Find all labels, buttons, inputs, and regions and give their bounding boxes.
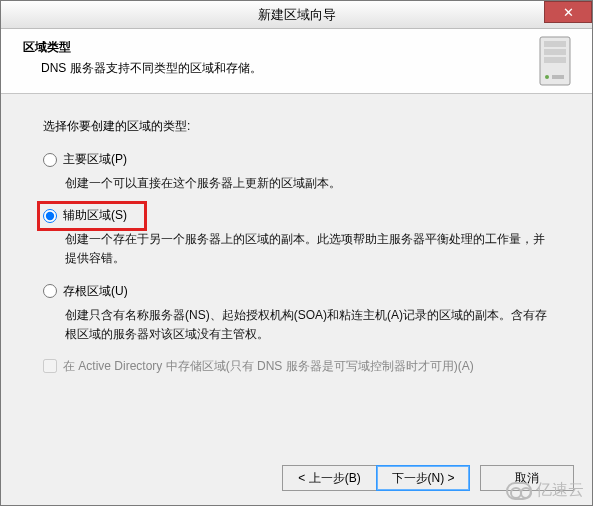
close-icon: ✕ (563, 6, 574, 19)
radio-primary-zone[interactable] (43, 153, 57, 167)
option-stub-zone[interactable]: 存根区域(U) (43, 283, 550, 300)
option-label: 存根区域(U) (63, 283, 128, 300)
option-desc: 创建一个可以直接在这个服务器上更新的区域副本。 (65, 174, 550, 193)
svg-rect-5 (552, 75, 564, 79)
window-title: 新建区域向导 (258, 6, 336, 24)
option-secondary-zone[interactable]: 辅助区域(S) (43, 207, 550, 224)
next-button[interactable]: 下一步(N) > (376, 465, 470, 491)
ad-storage-label: 在 Active Directory 中存储区域(只有 DNS 服务器是可写域控… (63, 358, 474, 375)
svg-point-4 (545, 75, 549, 79)
header-subtitle: DNS 服务器支持不同类型的区域和存储。 (41, 60, 576, 77)
option-label: 主要区域(P) (63, 151, 127, 168)
header-panel: 区域类型 DNS 服务器支持不同类型的区域和存储。 (1, 29, 592, 94)
radio-stub-zone[interactable] (43, 284, 57, 298)
header-title: 区域类型 (23, 39, 576, 56)
wizard-window: 新建区域向导 ✕ 区域类型 DNS 服务器支持不同类型的区域和存储。 选择你要创… (0, 0, 593, 506)
cancel-button[interactable]: 取消 (480, 465, 574, 491)
back-button[interactable]: < 上一步(B) (282, 465, 376, 491)
svg-rect-3 (544, 57, 566, 63)
option-label: 辅助区域(S) (63, 207, 127, 224)
ad-storage-checkbox-row: 在 Active Directory 中存储区域(只有 DNS 服务器是可写域控… (43, 358, 550, 375)
prompt-text: 选择你要创建的区域的类型: (43, 118, 550, 135)
option-primary-zone[interactable]: 主要区域(P) (43, 151, 550, 168)
nav-button-group: < 上一步(B) 下一步(N) > (282, 465, 470, 491)
svg-rect-1 (544, 41, 566, 47)
content-area: 选择你要创建的区域的类型: 主要区域(P) 创建一个可以直接在这个服务器上更新的… (1, 94, 592, 385)
titlebar: 新建区域向导 ✕ (1, 1, 592, 29)
close-button[interactable]: ✕ (544, 1, 592, 23)
server-icon (536, 35, 574, 87)
zone-type-options: 主要区域(P) 创建一个可以直接在这个服务器上更新的区域副本。 辅助区域(S) … (43, 151, 550, 375)
radio-secondary-zone[interactable] (43, 209, 57, 223)
svg-rect-2 (544, 49, 566, 55)
ad-storage-checkbox (43, 359, 57, 373)
option-desc: 创建一个存在于另一个服务器上的区域的副本。此选项帮助主服务器平衡处理的工作量，并… (65, 230, 550, 268)
option-desc: 创建只含有名称服务器(NS)、起始授权机构(SOA)和粘连主机(A)记录的区域的… (65, 306, 550, 344)
button-bar: < 上一步(B) 下一步(N) > 取消 (282, 465, 574, 491)
